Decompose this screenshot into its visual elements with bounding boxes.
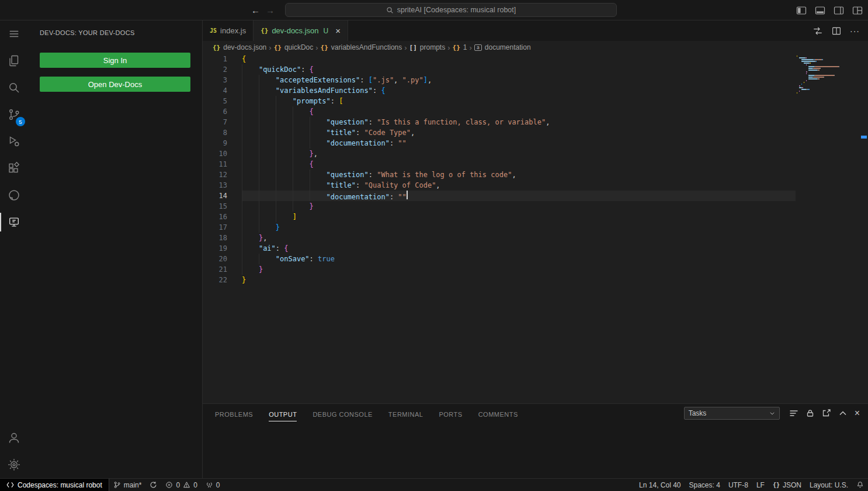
line-number[interactable]: 19: [203, 243, 242, 254]
breadcrumb-item-file[interactable]: {} dev-docs.json: [213, 43, 266, 51]
line-number[interactable]: 21: [203, 264, 242, 275]
back-button[interactable]: ←: [251, 5, 260, 15]
notifications-item[interactable]: [852, 479, 868, 491]
lock-scroll-icon[interactable]: [805, 409, 815, 418]
code-line[interactable]: 9 "documentation": "": [203, 138, 796, 148]
code-line[interactable]: 12 "question": "What is the log o of thi…: [203, 170, 796, 180]
code-line[interactable]: 10 },: [203, 148, 796, 159]
branch-item[interactable]: main*: [109, 479, 146, 491]
line-number[interactable]: 13: [203, 180, 242, 191]
tab-dev-docs-json[interactable]: {} dev-docs.json U ×: [254, 20, 348, 41]
panel-tab-comments[interactable]: COMMENTS: [478, 406, 518, 421]
code-line[interactable]: 17 }: [203, 222, 796, 233]
line-number[interactable]: 4: [203, 85, 242, 96]
output-channel-select[interactable]: Tasks: [684, 407, 780, 420]
maximize-panel-icon[interactable]: [838, 409, 848, 418]
line-number[interactable]: 10: [203, 148, 242, 159]
line-number[interactable]: 15: [203, 201, 242, 212]
more-actions-icon[interactable]: ···: [850, 26, 860, 36]
line-number[interactable]: 17: [203, 222, 242, 233]
line-number[interactable]: 6: [203, 106, 242, 117]
run-debug-button[interactable]: [0, 128, 28, 155]
code-line[interactable]: 20 "onSave": true: [203, 254, 796, 264]
toggle-secondary-sidebar-icon[interactable]: [833, 5, 845, 16]
line-number[interactable]: 12: [203, 170, 242, 180]
dev-docs-button[interactable]: [0, 209, 28, 236]
panel-tab-debug-console[interactable]: DEBUG CONSOLE: [313, 406, 372, 421]
close-panel-icon[interactable]: ×: [855, 409, 860, 418]
menu-button[interactable]: [0, 20, 28, 47]
line-number[interactable]: 3: [203, 75, 242, 85]
settings-button[interactable]: [0, 451, 28, 478]
code-line[interactable]: 21 }: [203, 264, 796, 275]
problems-item[interactable]: 0 0: [161, 479, 201, 491]
code-line[interactable]: 16 ]: [203, 212, 796, 222]
code-line[interactable]: 7 "question": "Is this a function, class…: [203, 117, 796, 127]
code-line[interactable]: 11 {: [203, 159, 796, 170]
line-number[interactable]: 14: [203, 191, 242, 201]
customize-layout-icon[interactable]: [852, 5, 863, 16]
panel-tab-terminal[interactable]: TERMINAL: [388, 406, 423, 421]
split-editor-icon[interactable]: [831, 26, 842, 36]
forward-button[interactable]: →: [266, 5, 275, 15]
encoding-item[interactable]: UTF-8: [724, 479, 752, 491]
breadcrumb-item-index[interactable]: {} 1: [453, 43, 467, 51]
sync-changes-button[interactable]: [145, 479, 161, 491]
breadcrumb-item-variables[interactable]: {} variablesAndFunctions: [321, 43, 402, 51]
line-number[interactable]: 16: [203, 212, 242, 222]
open-changes-icon[interactable]: [813, 26, 823, 36]
code-line[interactable]: 3 "acceptedExtensions": [".js", ".py"],: [203, 75, 796, 85]
remote-indicator[interactable]: Codespaces: musical robot: [0, 479, 109, 491]
code-line[interactable]: 1{: [203, 54, 796, 64]
line-number[interactable]: 8: [203, 127, 242, 138]
sign-in-button[interactable]: Sign In: [40, 53, 190, 68]
breadcrumb-item-prompts[interactable]: [] prompts: [409, 43, 446, 51]
toggle-panel-icon[interactable]: [814, 5, 826, 16]
extensions-button[interactable]: [0, 155, 28, 182]
forwarded-ports-item[interactable]: 0: [202, 479, 224, 491]
code-line[interactable]: 4 "variablesAndFunctions": {: [203, 85, 796, 96]
open-dev-docs-button[interactable]: Open Dev-Docs: [40, 77, 190, 92]
cursor-position-item[interactable]: Ln 14, Col 40: [635, 479, 685, 491]
code-line[interactable]: 22}: [203, 275, 796, 285]
code-line[interactable]: 5 "prompts": [: [203, 96, 796, 106]
code-line[interactable]: 15 }: [203, 201, 796, 212]
code-line[interactable]: 6 {: [203, 106, 796, 117]
eol-item[interactable]: LF: [752, 479, 769, 491]
breadcrumb-item-quickdoc[interactable]: {} quickDoc: [274, 43, 314, 51]
clear-output-icon[interactable]: [789, 409, 798, 418]
line-number[interactable]: 22: [203, 275, 242, 285]
close-tab-icon[interactable]: ×: [335, 26, 341, 35]
breadcrumb-item-documentation[interactable]: a documentation: [474, 43, 531, 51]
line-number[interactable]: 2: [203, 64, 242, 75]
panel-tab-problems[interactable]: PROBLEMS: [215, 406, 253, 421]
line-number[interactable]: 11: [203, 159, 242, 170]
explorer-button[interactable]: [0, 47, 28, 74]
code-line[interactable]: 14 "documentation": "": [203, 191, 796, 201]
indentation-item[interactable]: Spaces: 4: [685, 479, 724, 491]
source-control-button[interactable]: 5: [0, 101, 28, 128]
code-line[interactable]: 8 "title": "Code Type",: [203, 127, 796, 138]
open-output-in-editor-icon[interactable]: [822, 409, 831, 418]
tab-index-js[interactable]: JS index.js: [203, 20, 254, 41]
line-number[interactable]: 9: [203, 138, 242, 148]
panel-tab-output[interactable]: OUTPUT: [269, 406, 297, 421]
command-center-search[interactable]: spriteAI [Codespaces: musical robot]: [285, 3, 617, 17]
minimap[interactable]: [797, 56, 860, 94]
line-number[interactable]: 20: [203, 254, 242, 264]
code-line[interactable]: 18 },: [203, 233, 796, 243]
language-mode-item[interactable]: {} JSON: [769, 479, 805, 491]
toggle-primary-sidebar-icon[interactable]: [796, 5, 807, 16]
code-line[interactable]: 13 "title": "Quality of Code",: [203, 180, 796, 191]
editor-scrollbar[interactable]: [860, 54, 868, 403]
keyboard-layout-item[interactable]: Layout: U.S.: [805, 479, 852, 491]
line-number[interactable]: 18: [203, 233, 242, 243]
line-number[interactable]: 5: [203, 96, 242, 106]
github-button[interactable]: [0, 182, 28, 209]
search-sidebar-button[interactable]: [0, 74, 28, 101]
panel-tab-ports[interactable]: PORTS: [439, 406, 462, 421]
code-line[interactable]: 19 "ai": {: [203, 243, 796, 254]
code-line[interactable]: 2 "quickDoc": {: [203, 64, 796, 75]
accounts-button[interactable]: [0, 424, 28, 451]
line-number[interactable]: 7: [203, 117, 242, 127]
